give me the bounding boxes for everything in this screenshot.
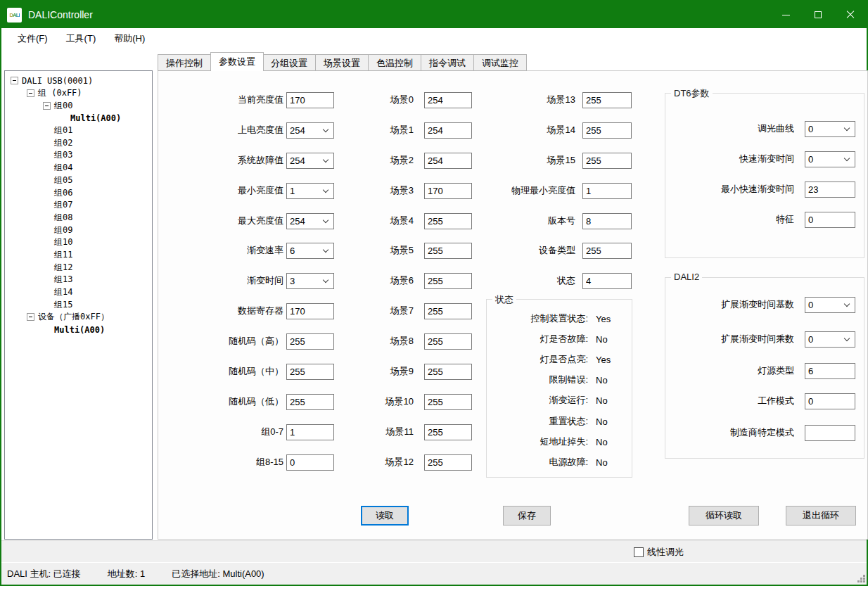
tab-command-debug[interactable]: 指令调试	[421, 54, 474, 71]
dimming-curve-combo[interactable]: 0	[805, 121, 855, 137]
collapse-icon[interactable]	[43, 102, 51, 110]
features-input[interactable]	[805, 212, 855, 228]
operating-mode-input[interactable]	[805, 393, 855, 409]
field-current-brightness: 当前亮度值	[165, 91, 334, 108]
scene-9-input[interactable]	[424, 364, 472, 380]
fast-fade-time-combo[interactable]: 0	[805, 151, 855, 167]
minimize-icon	[782, 15, 790, 15]
collapse-icon[interactable]	[27, 313, 34, 321]
tree-item-group14[interactable]: 组14	[5, 286, 152, 299]
physical-min-level-input[interactable]	[582, 183, 632, 199]
tab-scene-settings[interactable]: 场景设置	[316, 54, 369, 71]
tree-item-group02[interactable]: 组02	[5, 136, 152, 149]
version-input[interactable]	[582, 213, 632, 229]
light-source-type-input[interactable]	[805, 363, 855, 379]
scene-0-input[interactable]	[424, 92, 472, 108]
scene-11-input[interactable]	[424, 424, 472, 440]
scene-10-input[interactable]	[424, 394, 472, 410]
tree-item-group11[interactable]: 组11	[5, 249, 152, 262]
field-manufacturer-mode: 制造商特定模式	[671, 424, 855, 441]
system-failure-level-combo[interactable]: 254	[286, 153, 334, 169]
scene-6-input[interactable]	[424, 273, 472, 289]
tree-item-group15[interactable]: 组15	[5, 298, 152, 311]
tab-color-temp-control[interactable]: 色温控制	[369, 54, 421, 71]
scene-12-input[interactable]	[424, 454, 472, 471]
scene-8-input[interactable]	[424, 333, 472, 350]
collapse-icon[interactable]	[27, 89, 34, 97]
tree-item-group06[interactable]: 组06	[5, 186, 152, 199]
scene-5-input[interactable]	[424, 243, 472, 259]
tree-item-multi-a00-device[interactable]: Multi(A00)	[5, 324, 152, 336]
collapse-icon[interactable]	[11, 77, 18, 84]
menu-file[interactable]: 文件(F)	[8, 30, 57, 48]
min-fast-fade-time-input[interactable]	[805, 182, 855, 198]
group-8-15-input[interactable]	[286, 454, 334, 471]
tree-item-group08[interactable]: 组08	[5, 212, 152, 224]
chevron-down-icon	[323, 246, 328, 252]
tab-parameter-settings[interactable]: 参数设置	[210, 52, 264, 71]
group-0-7-input[interactable]	[286, 424, 334, 440]
loop-read-button[interactable]: 循环读取	[689, 506, 759, 526]
tree-item-dali-usb[interactable]: DALI USB(0001)	[5, 75, 152, 87]
random-code-mid-input[interactable]	[286, 364, 334, 380]
tree-item-group-0xff[interactable]: 组 (0xFF)	[5, 87, 152, 100]
app-icon-text: DALI	[9, 12, 20, 18]
scene-14-input[interactable]	[582, 122, 632, 139]
resize-grip[interactable]	[863, 580, 865, 582]
status-input[interactable]	[582, 273, 632, 289]
tree-item-group01[interactable]: 组01	[5, 125, 152, 137]
exit-loop-button[interactable]: 退出循环	[786, 506, 856, 526]
data-register-input[interactable]	[286, 303, 334, 319]
close-button[interactable]	[834, 1, 867, 28]
tree-item-group12[interactable]: 组12	[5, 261, 152, 274]
scene-7-input[interactable]	[424, 303, 472, 319]
tree-item-group13[interactable]: 组13	[5, 274, 152, 286]
maximize-button[interactable]	[802, 1, 834, 28]
fade-time-combo[interactable]: 3	[286, 273, 334, 289]
status-value: Yes	[596, 355, 611, 365]
tree-item-group00[interactable]: 组00	[5, 99, 152, 112]
power-on-level-combo[interactable]: 254	[286, 122, 334, 139]
tab-grouping-settings[interactable]: 分组设置	[263, 54, 316, 71]
tree-item-device-broadcast[interactable]: 设备（广播0xFF）	[5, 311, 152, 324]
scene-1-input[interactable]	[424, 122, 472, 139]
scene-2-input[interactable]	[424, 153, 472, 169]
tree-item-group03[interactable]: 组03	[5, 149, 152, 162]
field-scene-13: 场景13	[468, 91, 632, 108]
device-type-input[interactable]	[582, 243, 632, 259]
manufacturer-mode-input[interactable]	[805, 425, 855, 441]
scene-15-input[interactable]	[582, 153, 632, 169]
scene-4-input[interactable]	[424, 213, 472, 229]
status-row-lamp-on: 灯是否点亮:Yes	[491, 352, 611, 367]
checkbox-icon[interactable]	[634, 547, 644, 557]
read-button[interactable]: 读取	[361, 506, 409, 526]
menu-help[interactable]: 帮助(H)	[105, 30, 154, 48]
tab-debug-monitor[interactable]: 调试监控	[474, 54, 527, 71]
random-code-low-input[interactable]	[286, 394, 334, 410]
scene-3-input[interactable]	[424, 183, 472, 199]
menu-tools[interactable]: 工具(T)	[57, 30, 106, 48]
dali2-group-title: DALI2	[671, 272, 702, 282]
linear-dimming-checkbox[interactable]: 线性调光	[634, 546, 684, 559]
tree-item-multi-a00[interactable]: Multi(A00)	[5, 112, 152, 125]
scene-13-input[interactable]	[582, 92, 632, 108]
tree-item-group10[interactable]: 组10	[5, 236, 152, 249]
tree-item-group04[interactable]: 组04	[5, 162, 152, 174]
random-code-high-input[interactable]	[286, 333, 334, 350]
current-brightness-input[interactable]	[286, 92, 334, 108]
min-level-combo[interactable]: 1	[286, 183, 334, 199]
maximize-icon	[815, 11, 822, 18]
ext-fade-time-base-combo[interactable]: 0	[805, 297, 855, 313]
chevron-down-icon	[844, 125, 850, 130]
save-button[interactable]: 保存	[503, 506, 551, 526]
minimize-button[interactable]	[770, 1, 802, 28]
ext-fade-time-mult-combo[interactable]: 0	[805, 331, 855, 348]
field-random-high: 随机码（高）	[165, 333, 334, 350]
fade-rate-combo[interactable]: 6	[286, 243, 334, 259]
tab-operation-control[interactable]: 操作控制	[158, 54, 211, 71]
tree-item-group05[interactable]: 组05	[5, 174, 152, 187]
max-level-combo[interactable]: 254	[286, 213, 334, 229]
tree-item-group07[interactable]: 组07	[5, 199, 152, 212]
field-power-on-level: 上电亮度值254	[165, 122, 334, 139]
tree-item-group09[interactable]: 组09	[5, 224, 152, 236]
